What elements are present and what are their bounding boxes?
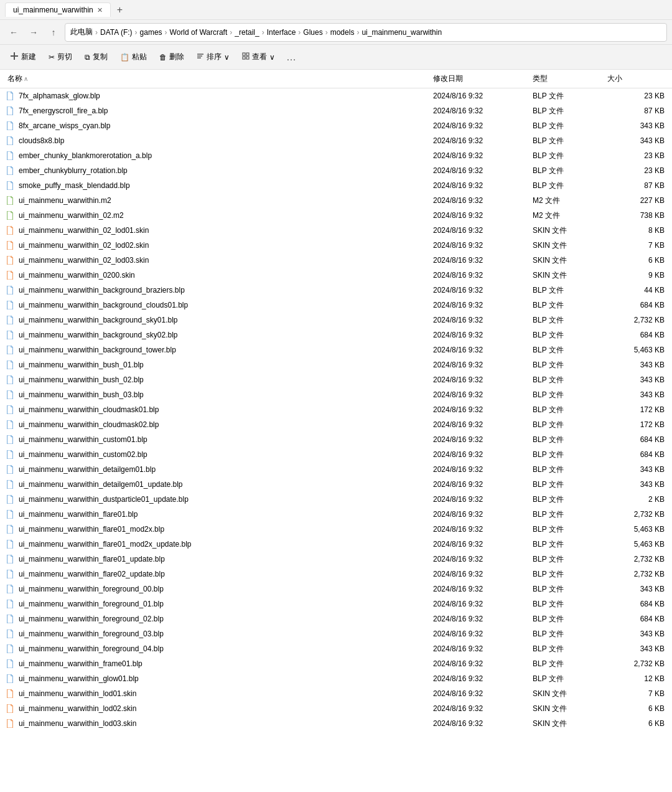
file-date: 2024/8/16 9:32 <box>431 585 530 593</box>
table-row[interactable]: ui_mainmenu_warwithin_foreground_03.blp … <box>0 626 672 641</box>
file-date: 2024/8/16 9:32 <box>431 271 530 280</box>
breadcrumb-models[interactable]: models <box>330 28 355 37</box>
table-row[interactable]: ui_mainmenu_warwithin_lod02.skin 2024/8/… <box>0 701 672 716</box>
table-row[interactable]: ui_mainmenu_warwithin_bush_03.blp 2024/8… <box>0 387 672 402</box>
table-row[interactable]: ui_mainmenu_warwithin_background_brazier… <box>0 283 672 298</box>
header-name[interactable]: 名称 ∧ <box>5 72 431 85</box>
file-size: 684 KB <box>605 435 667 444</box>
close-tab-button[interactable]: ✕ <box>97 6 103 14</box>
table-row[interactable]: ui_mainmenu_warwithin_background_sky02.b… <box>0 328 672 342</box>
breadcrumb-interface[interactable]: Interface <box>267 28 296 37</box>
file-date: 2024/8/16 9:32 <box>431 420 530 429</box>
file-name: ui_mainmenu_warwithin_background_sky02.b… <box>19 331 178 339</box>
table-row[interactable]: ui_mainmenu_warwithin_foreground_04.blp … <box>0 641 672 656</box>
table-row[interactable]: 8fx_arcane_wisps_cyan.blp 2024/8/16 9:32… <box>0 118 672 133</box>
file-icon <box>5 689 15 699</box>
table-row[interactable]: ui_mainmenu_warwithin_bush_02.blp 2024/8… <box>0 372 672 387</box>
breadcrumb-此电脑[interactable]: 此电脑 <box>70 27 93 37</box>
table-row[interactable]: smoke_puffy_mask_blendadd.blp 2024/8/16 … <box>0 178 672 193</box>
copy-button[interactable]: ⧉ 复制 <box>80 49 113 65</box>
file-type: BLP 文件 <box>530 181 605 191</box>
file-icon <box>5 494 15 504</box>
file-type: BLP 文件 <box>530 405 605 415</box>
file-size: 5,463 KB <box>605 525 667 534</box>
breadcrumb-wow[interactable]: World of Warcraft <box>170 28 228 37</box>
back-button[interactable]: ← <box>5 24 22 41</box>
table-row[interactable]: ember_chunkyblurry_rotation.blp 2024/8/1… <box>0 163 672 178</box>
table-row[interactable]: ui_mainmenu_warwithin_dustparticle01_upd… <box>0 492 672 507</box>
tab-label: ui_mainmenu_warwithin <box>13 6 93 14</box>
table-row[interactable]: ui_mainmenu_warwithin_flare01.blp 2024/8… <box>0 507 672 522</box>
breadcrumb-folder[interactable]: ui_mainmenu_warwithin <box>362 28 442 37</box>
breadcrumb-data[interactable]: DATA (F:) <box>100 28 133 37</box>
svg-rect-7 <box>243 57 245 59</box>
table-row[interactable]: ui_mainmenu_warwithin_frame01.blp 2024/8… <box>0 656 672 671</box>
file-icon <box>5 240 15 250</box>
up-button[interactable]: ↑ <box>45 24 62 41</box>
table-row[interactable]: ui_mainmenu_warwithin_flare01_update.blp… <box>0 552 672 567</box>
file-type: SKIN 文件 <box>530 719 605 729</box>
file-icon <box>5 225 15 235</box>
table-row[interactable]: ui_mainmenu_warwithin_02.m2 2024/8/16 9:… <box>0 208 672 223</box>
active-tab[interactable]: ui_mainmenu_warwithin ✕ <box>5 2 111 17</box>
file-date: 2024/8/16 9:32 <box>431 540 530 549</box>
table-row[interactable]: ui_mainmenu_warwithin_flare02_update.blp… <box>0 567 672 582</box>
table-row[interactable]: ui_mainmenu_warwithin_foreground_00.blp … <box>0 582 672 596</box>
new-button[interactable]: 新建 <box>5 49 41 65</box>
file-icon <box>5 584 15 594</box>
table-row[interactable]: ui_mainmenu_warwithin_flare01_mod2x.blp … <box>0 522 672 537</box>
file-date: 2024/8/16 9:32 <box>431 121 530 130</box>
header-type[interactable]: 类型 <box>530 72 605 85</box>
table-row[interactable]: ui_mainmenu_warwithin_detailgem01.blp 20… <box>0 462 672 477</box>
file-name: ui_mainmenu_warwithin_foreground_02.blp <box>19 615 164 623</box>
file-name-cell: ui_mainmenu_warwithin_lod03.skin <box>5 719 431 728</box>
table-row[interactable]: ui_mainmenu_warwithin_detailgem01_update… <box>0 477 672 492</box>
table-row[interactable]: 7fx_alphamask_glow.blp 2024/8/16 9:32 BL… <box>0 88 672 103</box>
cut-button[interactable]: ✂ 剪切 <box>44 49 77 65</box>
header-size[interactable]: 大小 <box>605 72 667 85</box>
table-row[interactable]: ui_mainmenu_warwithin_background_sky01.b… <box>0 313 672 328</box>
table-row[interactable]: ui_mainmenu_warwithin_custom02.blp 2024/… <box>0 447 672 462</box>
table-row[interactable]: ui_mainmenu_warwithin.m2 2024/8/16 9:32 … <box>0 193 672 208</box>
file-icon <box>5 719 15 728</box>
file-date: 2024/8/16 9:32 <box>431 331 530 339</box>
table-row[interactable]: ui_mainmenu_warwithin_lod01.skin 2024/8/… <box>0 686 672 701</box>
breadcrumb-games[interactable]: games <box>140 28 162 37</box>
file-type: BLP 文件 <box>530 674 605 684</box>
table-row[interactable]: ui_mainmenu_warwithin_foreground_01.blp … <box>0 596 672 611</box>
table-row[interactable]: ui_mainmenu_warwithin_02_lod02.skin 2024… <box>0 238 672 253</box>
table-row[interactable]: ui_mainmenu_warwithin_background_tower.b… <box>0 342 672 357</box>
table-row[interactable]: ui_mainmenu_warwithin_02_lod03.skin 2024… <box>0 253 672 268</box>
more-button[interactable]: … <box>282 49 300 66</box>
table-row[interactable]: ui_mainmenu_warwithin_flare01_mod2x_upda… <box>0 537 672 552</box>
table-row[interactable]: ui_mainmenu_warwithin_bush_01.blp 2024/8… <box>0 357 672 372</box>
breadcrumb-glues[interactable]: Glues <box>303 28 322 37</box>
sort-button[interactable]: 排序 ∨ <box>192 49 235 65</box>
file-type: BLP 文件 <box>530 345 605 356</box>
file-name-cell: ui_mainmenu_warwithin_custom02.blp <box>5 450 431 460</box>
table-row[interactable]: ui_mainmenu_warwithin_02_lod01.skin 2024… <box>0 223 672 238</box>
table-row[interactable]: ui_mainmenu_warwithin_background_clouds0… <box>0 298 672 313</box>
table-row[interactable]: ui_mainmenu_warwithin_cloudmask01.blp 20… <box>0 402 672 417</box>
file-size: 44 KB <box>605 286 667 295</box>
new-tab-button[interactable]: + <box>111 2 129 18</box>
table-row[interactable]: ui_mainmenu_warwithin_0200.skin 2024/8/1… <box>0 268 672 283</box>
view-button[interactable]: 查看 ∨ <box>237 49 280 65</box>
table-row[interactable]: clouds8x8.blp 2024/8/16 9:32 BLP 文件 343 … <box>0 133 672 148</box>
file-icon <box>5 450 15 460</box>
file-name-cell: ui_mainmenu_warwithin_background_clouds0… <box>5 300 431 310</box>
table-row[interactable]: ui_mainmenu_warwithin_cloudmask02.blp 20… <box>0 417 672 432</box>
paste-button[interactable]: 📋 粘贴 <box>115 49 152 65</box>
delete-button[interactable]: 🗑 删除 <box>154 49 189 65</box>
table-row[interactable]: 7fx_energyscroll_fire_a.blp 2024/8/16 9:… <box>0 103 672 118</box>
table-row[interactable]: ui_mainmenu_warwithin_glow01.blp 2024/8/… <box>0 671 672 686</box>
file-size: 684 KB <box>605 600 667 608</box>
header-date[interactable]: 修改日期 <box>431 72 530 85</box>
file-icon <box>5 196 15 205</box>
table-row[interactable]: ui_mainmenu_warwithin_custom01.blp 2024/… <box>0 432 672 447</box>
table-row[interactable]: ui_mainmenu_warwithin_lod03.skin 2024/8/… <box>0 716 672 731</box>
breadcrumb-retail[interactable]: _retail_ <box>235 28 259 37</box>
table-row[interactable]: ui_mainmenu_warwithin_foreground_02.blp … <box>0 611 672 626</box>
table-row[interactable]: ember_chunky_blankmorerotation_a.blp 202… <box>0 148 672 163</box>
forward-button[interactable]: → <box>25 24 42 41</box>
